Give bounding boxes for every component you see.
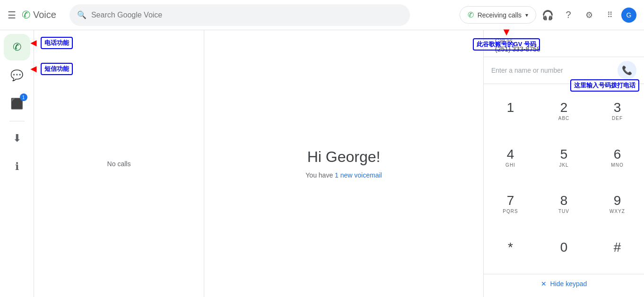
search-input[interactable] <box>91 11 402 19</box>
keypad-key-0[interactable]: 0 <box>537 228 591 274</box>
keypad-key-5[interactable]: 5JKL <box>537 135 591 181</box>
calls-panel: No calls <box>34 30 204 297</box>
headset-icon: 🎧 <box>542 9 554 21</box>
header-right: ✆ Receiving calls ▾ 🎧 ? ⚙ ⠿ G <box>460 6 636 25</box>
receiving-calls-button[interactable]: ✆ Receiving calls ▾ <box>460 6 536 24</box>
search-icon: 🔍 <box>77 10 87 19</box>
phone-icon: ✆ <box>13 41 21 53</box>
keypad-digit: 3 <box>614 100 621 116</box>
info-icon: ℹ <box>15 161 19 173</box>
keypad-digit: 6 <box>614 146 621 162</box>
keypad-letters: JKL <box>559 162 568 169</box>
keypad-letters: DEF <box>612 116 623 122</box>
greeting-text: Hi George! <box>307 148 381 166</box>
call-as-label: Call as <box>495 38 633 44</box>
keypad-letters: ABC <box>558 116 570 122</box>
sidebar-item-voicemail[interactable]: ⬛ 1 <box>4 91 30 117</box>
keypad-digit: 8 <box>560 193 568 209</box>
dial-icon: 📞 <box>622 65 632 76</box>
keypad-letters: WXYZ <box>609 209 625 215</box>
receiving-calls-icon: ✆ <box>468 10 474 19</box>
sidebar-item-messages[interactable]: 💬 <box>4 62 30 89</box>
voicemail-link[interactable]: 1 new voicemail <box>335 171 382 179</box>
keypad-key-3[interactable]: 3DEF <box>591 88 644 135</box>
settings-icon: ⚙ <box>585 10 593 20</box>
keypad-digit: 9 <box>614 193 621 209</box>
keypad-letters: PQRS <box>503 209 518 215</box>
voicemail-message: You have 1 new voicemail <box>305 171 382 179</box>
sidebar-item-calls[interactable]: ✆ <box>4 34 30 60</box>
center-panel: Hi George! You have 1 new voicemail <box>204 30 483 297</box>
number-input[interactable] <box>491 67 614 74</box>
call-as-section: Call as (251) 333-8758 <box>484 30 644 57</box>
keypad-digit: 2 <box>560 100 568 116</box>
dropdown-icon: ▾ <box>525 12 528 18</box>
voicemail-badge: 1 <box>20 93 27 101</box>
help-icon: ? <box>566 9 571 20</box>
apps-icon: ⠿ <box>607 10 613 19</box>
no-calls-label: No calls <box>107 160 131 168</box>
number-input-section: 📞 <box>484 57 644 84</box>
header: ☰ ✆ Voice 🔍 ✆ Receiving calls ▾ 🎧 ? ⚙ <box>0 0 644 30</box>
keypad-digit: 7 <box>507 193 514 209</box>
settings-button[interactable]: ⚙ <box>580 6 599 25</box>
dialer-panel: Call as (251) 333-8758 📞 12ABC3DEF4GHI5J… <box>483 30 644 297</box>
menu-icon[interactable]: ☰ <box>8 9 16 21</box>
keypad-key-7[interactable]: 7PQRS <box>484 181 537 228</box>
logo-icon: ✆ <box>22 9 30 21</box>
logo-text: Voice <box>33 9 56 20</box>
hide-keypad-label: Hide keypad <box>550 280 587 288</box>
search-bar: 🔍 <box>70 4 410 26</box>
logo[interactable]: ✆ Voice <box>22 9 56 21</box>
sms-icon: 💬 <box>10 69 23 82</box>
keypad-digit: 0 <box>560 239 568 255</box>
keypad-digit: 4 <box>507 146 514 162</box>
call-as-number: (251) 333-8758 <box>495 45 633 53</box>
keypad-key-1[interactable]: 1 <box>484 88 537 135</box>
keypad: 12ABC3DEF4GHI5JKL6MNO7PQRS8TUV9WXYZ*0# ✕… <box>484 84 644 297</box>
keypad-letters: GHI <box>505 162 515 169</box>
hide-keypad-icon: ✕ <box>541 280 547 288</box>
receiving-calls-label: Receiving calls <box>478 11 522 19</box>
keypad-grid: 12ABC3DEF4GHI5JKL6MNO7PQRS8TUV9WXYZ*0# <box>484 88 644 274</box>
help-button[interactable]: ? <box>559 6 578 25</box>
keypad-key-8[interactable]: 8TUV <box>537 181 591 228</box>
keypad-key-9[interactable]: 9WXYZ <box>591 181 644 228</box>
sidebar-divider <box>9 121 25 121</box>
archive-icon: ⬇ <box>13 132 21 144</box>
keypad-digit: # <box>614 239 621 255</box>
keypad-letters: TUV <box>558 209 569 215</box>
avatar[interactable]: G <box>621 8 636 23</box>
hide-keypad-button[interactable]: ✕ Hide keypad <box>484 274 644 293</box>
keypad-key-*[interactable]: * <box>484 228 537 274</box>
apps-button[interactable]: ⠿ <box>600 6 619 25</box>
keypad-key-6[interactable]: 6MNO <box>591 135 644 181</box>
avatar-initial: G <box>627 11 632 19</box>
keypad-key-#[interactable]: # <box>591 228 644 274</box>
sidebar-item-archive[interactable]: ⬇ <box>4 125 30 152</box>
keypad-key-2[interactable]: 2ABC <box>537 88 591 135</box>
dial-button[interactable]: 📞 <box>618 61 636 80</box>
sidebar: ✆ 💬 ⬛ 1 ⬇ ℹ <box>0 30 34 297</box>
main-content: ✆ 💬 ⬛ 1 ⬇ ℹ No calls Hi George! <box>0 30 644 297</box>
headset-button[interactable]: 🎧 <box>538 6 557 25</box>
keypad-digit: * <box>508 239 513 255</box>
keypad-key-4[interactable]: 4GHI <box>484 135 537 181</box>
keypad-digit: 1 <box>507 100 514 116</box>
keypad-digit: 5 <box>560 146 568 162</box>
keypad-letters: MNO <box>611 162 623 169</box>
voicemail-message-text: You have <box>305 171 335 179</box>
sidebar-item-info[interactable]: ℹ <box>4 153 30 180</box>
